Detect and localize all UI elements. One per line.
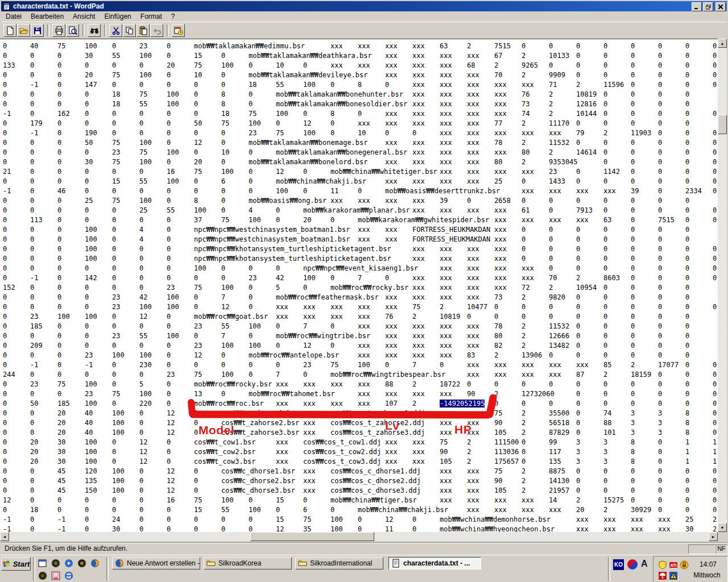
taskbar-task-silkroadinternational[interactable]: SilkroadInternational <box>295 557 383 569</box>
document-line[interactable]: 0 20 30 100 0 12 0 cos₩₩t_cow3.bsr xxx c… <box>3 457 718 467</box>
window-titlebar[interactable]: characterdata.txt - WordPad <box>1 1 727 11</box>
document-line[interactable]: 0 -1 0 142 0 0 0 0 0 23 42 100 0 7 0 xxx… <box>3 273 718 283</box>
document-line[interactable]: 0 0 0 100 0 0 0 npc₩₩npc₩₩khotansystem_t… <box>3 244 718 254</box>
copy-button[interactable] <box>123 24 136 37</box>
document-line[interactable]: -1 0 46 0 0 0 0 0 0 0 100 0 11 0 mob₩₩oa… <box>3 186 718 196</box>
open-file-button[interactable] <box>17 24 30 37</box>
document-line[interactable]: 0 0 20 40 100 0 12 0 cos₩₩t_zahorse1.bsr… <box>3 409 718 418</box>
document-line[interactable]: 0 0 0 0 23 75 100 0 10 0 mob₩₩taklamakan… <box>3 148 718 157</box>
selected-hp-value[interactable]: -1492052195 <box>440 400 485 408</box>
taegeuk-ime-icon[interactable] <box>627 559 638 569</box>
quick-launch-firefox-icon[interactable] <box>90 558 100 568</box>
tray-warning-icon[interactable] <box>669 571 678 580</box>
vertical-scroll-thumb[interactable] <box>718 115 727 134</box>
document-line[interactable]: 0 -1 0 -1 0 230 0 0 0 0 0 23 75 100 0 7 … <box>3 360 718 370</box>
print-preview-button[interactable] <box>66 24 79 37</box>
document-line[interactable]: 0 0 20 40 100 0 12 0 cos₩₩t_zahorse2.bsr… <box>3 418 718 428</box>
document-line[interactable]: 0 0 45 150 100 0 12 0 cos₩₩c_dhorse3.bsr… <box>3 486 718 496</box>
document-line[interactable]: 0 0 0 30 75 100 0 20 0 mob₩₩taklamakan₩₩… <box>3 157 718 167</box>
document-line[interactable]: 0 -1 0 190 0 0 0 0 0 23 75 100 0 10 0 0 … <box>3 128 718 138</box>
document-line[interactable]: 0 0 0 0 0 0 0 100 0 0 0 npc₩₩npc₩₩event_… <box>3 264 718 273</box>
document-line[interactable]: -1 0 162 0 0 0 0 0 18 75 100 0 8 0 xxx x… <box>3 109 718 119</box>
date-time-button[interactable] <box>172 24 185 37</box>
quick-launch-silkroad-orb-icon[interactable] <box>51 558 60 568</box>
quick-launch-internet-explorer-icon[interactable] <box>64 571 73 580</box>
find-button[interactable] <box>88 24 101 37</box>
document-line[interactable]: 0 40 75 100 0 23 0 mob₩₩taklamakan₩₩edim… <box>3 41 718 51</box>
document-line[interactable]: 0 0 0 0 18 55 100 0 8 0 mob₩₩taklamakan₩… <box>3 99 718 109</box>
undo-button[interactable] <box>150 24 163 37</box>
ime-a-icon[interactable]: A <box>641 559 648 569</box>
scroll-up-button[interactable]: ▲ <box>718 39 727 48</box>
document-line[interactable]: 0 0 0 23 75 100 0 13 0 mob₩₩roc₩₩tahomet… <box>3 389 718 399</box>
menu-item-datei[interactable]: Datei <box>1 11 26 22</box>
document-line[interactable]: 0 0 0 0 0 25 55 100 0 4 0 mob₩₩karakoram… <box>3 206 718 215</box>
horizontal-scrollbar[interactable]: ◄ ► <box>0 532 718 541</box>
document-line[interactable]: 244 0 0 0 0 0 23 75 100 0 7 0 mob₩₩roc₩₩… <box>3 370 718 380</box>
document-line[interactable]: -1 0 -1 0 24 0 0 0 0 0 15 75 100 0 12 0 … <box>3 515 718 525</box>
scroll-down-button[interactable]: ▼ <box>718 523 727 532</box>
save-file-button[interactable] <box>31 24 44 37</box>
document-line[interactable]: 0 0 0 100 0 0 0 npc₩₩npc₩₩khotansystem_t… <box>3 254 718 264</box>
document-line[interactable]: 0 0 0 0 18 75 100 0 8 0 mob₩₩taklamakan₩… <box>3 90 718 99</box>
tray-ati-icon[interactable]: ATI <box>669 560 678 569</box>
quick-launch-silkroad-orb2-icon[interactable] <box>77 558 86 568</box>
document-line[interactable]: 133 0 0 0 0 0 20 75 100 0 10 0 xxx xxx x… <box>3 61 718 70</box>
document-line[interactable]: -1 0 -1 0 30 0 0 0 0 0 12 35 100 0 11 0 … <box>3 525 718 533</box>
document-line[interactable]: 0 20 30 100 0 12 0 cos₩₩t_cow2.bsr xxx c… <box>3 447 718 457</box>
document-line[interactable]: 0 0 0 23 100 100 0 12 0 mob₩₩roc₩₩antelo… <box>3 351 718 360</box>
document-line[interactable]: 0 0 0 100 0 4 0 npc₩₩npc₩₩westchinasyste… <box>3 225 718 235</box>
taskbar-task-characterdata-txt[interactable]: characterdata.txt - ... <box>388 557 481 569</box>
document-line[interactable]: 12 0 0 0 0 0 16 75 100 0 15 0 mob₩₩china… <box>3 496 718 505</box>
document-line[interactable]: 0 179 0 0 0 0 0 50 75 100 0 12 0 xxx xxx… <box>3 119 718 128</box>
scroll-left-button[interactable]: ◄ <box>0 532 9 541</box>
document-line[interactable]: 0 209 0 0 0 0 0 23 100 100 0 12 0 xxx xx… <box>3 341 718 351</box>
document-line[interactable]: 0 113 0 0 0 0 0 37 75 100 0 20 0 mob₩₩ka… <box>3 215 718 225</box>
tray-avira-icon[interactable] <box>658 571 667 580</box>
minimize-button[interactable] <box>692 2 702 11</box>
quick-launch-app-window-icon[interactable] <box>38 558 47 568</box>
restore-button[interactable] <box>703 2 713 11</box>
document-line[interactable]: 0 0 0 25 75 100 0 8 0 mob₩₩oasis₩₩ong.bs… <box>3 196 718 206</box>
scroll-right-button[interactable]: ► <box>709 532 718 541</box>
document-line[interactable]: 0 0 0 100 0 4 0 npc₩₩npc₩₩westchinasyste… <box>3 235 718 244</box>
document-line[interactable]: 0 0 0 0 15 55 100 0 6 0 mob₩₩china₩₩chak… <box>3 177 718 186</box>
quick-launch-media-player-icon[interactable] <box>64 558 73 568</box>
document-line[interactable]: 0 185 0 0 0 0 0 23 55 100 0 7 0 xxx xxx … <box>3 322 718 331</box>
clock[interactable]: 14:07 <box>691 560 725 568</box>
document-line[interactable]: 152 0 0 0 0 0 23 75 100 0 5 0 mob₩₩roc₩₩… <box>3 283 718 293</box>
document-text-area[interactable]: 0 40 75 100 0 23 0 mob₩₩taklamakan₩₩edim… <box>0 39 718 533</box>
document-line[interactable]: 0 23 100 100 0 12 0 mob₩₩roc₩₩goat.bsr x… <box>3 312 718 322</box>
document-line[interactable]: 0 20 30 100 0 12 0 cos₩₩t_cow1.bsr xxx c… <box>3 438 718 447</box>
vertical-scrollbar[interactable]: ▲ ▼ <box>718 39 727 532</box>
korean-ime-ko-icon[interactable]: KO <box>613 559 624 570</box>
menu-item-format[interactable]: Format <box>136 11 167 22</box>
close-button[interactable] <box>715 2 726 11</box>
menu-item-einfgen[interactable]: Einfügen <box>100 11 135 22</box>
print-button[interactable] <box>52 24 65 37</box>
paste-button[interactable] <box>136 24 150 37</box>
start-button[interactable]: Start <box>1 557 31 571</box>
tray-lock-icon[interactable] <box>680 560 689 569</box>
menu-item-?[interactable]: ? <box>167 11 180 22</box>
document-line[interactable]: 0 0 0 30 55 100 0 15 0 mob₩₩taklamakan₩₩… <box>3 51 718 61</box>
document-line[interactable]: 21 0 0 0 0 0 16 75 100 0 12 0 mob₩₩china… <box>3 167 718 177</box>
new-file-button[interactable] <box>3 24 16 37</box>
document-line[interactable]: 0 0 45 135 100 0 12 0 cos₩₩c_dhorse2.bsr… <box>3 476 718 486</box>
menu-item-ansicht[interactable]: Ansicht <box>68 11 100 22</box>
document-line[interactable]: 0 0 20 40 100 0 12 0 cos₩₩t_zahorse3.bsr… <box>3 428 718 438</box>
document-line[interactable]: 0 0 45 120 100 0 12 0 cos₩₩c_dhorse1.bsr… <box>3 467 718 476</box>
menu-item-bearbeiten[interactable]: Bearbeiten <box>26 11 68 22</box>
cut-button[interactable] <box>109 24 122 37</box>
document-line[interactable]: 0 -1 0 147 0 0 0 0 0 18 55 100 0 8 0 xxx… <box>3 80 718 90</box>
document-line[interactable]: 0 50 185 100 0 220 0 mob₩₩roc₩₩roc.bsr x… <box>3 399 718 409</box>
document-line[interactable]: 0 0 0 50 75 100 0 12 0 mob₩₩taklamakan₩₩… <box>3 138 718 148</box>
taskbar-task-silkroadkorea[interactable]: SilkroadKorea <box>204 557 292 569</box>
horizontal-scroll-thumb[interactable] <box>250 532 374 541</box>
tray-shield-icon[interactable] <box>658 560 667 569</box>
document-line[interactable]: 0 18 0 0 0 0 0 15 55 100 0 6 0 mob₩₩chin… <box>3 505 718 515</box>
document-line[interactable]: 0 0 0 0 23 55 100 0 7 0 mob₩₩roc₩₩wingtr… <box>3 331 718 341</box>
document-line[interactable]: 0 23 75 100 0 5 0 mob₩₩roc₩₩rocky.bsr xx… <box>3 380 718 389</box>
taskbar-task-neue-antwort-erstellen[interactable]: Neue Antwort erstellen - ... <box>112 557 200 569</box>
document-line[interactable]: 0 0 0 0 23 100 100 0 12 0 xxx xxx xxx xx… <box>3 302 718 312</box>
